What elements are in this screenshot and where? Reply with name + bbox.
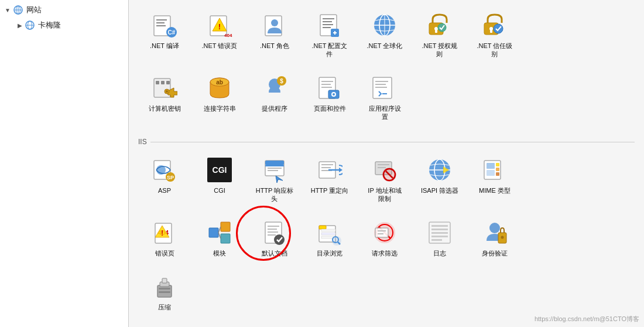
app-setting-icon	[371, 74, 399, 102]
sidebar-item-website[interactable]: ▼ 网站	[0, 2, 128, 18]
item-isapi[interactable]: ISAPI 筛选器	[413, 151, 466, 207]
item-id-verify[interactable]: 身份验证	[468, 213, 521, 261]
item-default-doc[interactable]: 默认文档	[248, 213, 301, 261]
svg-rect-100	[221, 234, 230, 243]
iis-grid: SP ASP CGI CGI	[138, 151, 635, 207]
item-error-page[interactable]: 404 ! 错误页	[138, 213, 191, 261]
req-filter-label: 请求筛选	[372, 249, 398, 257]
item-module[interactable]: 模块	[193, 213, 246, 261]
asp-label: ASP	[158, 186, 171, 195]
item-pressure[interactable]: 压缩	[138, 267, 191, 315]
svg-rect-55	[321, 87, 332, 88]
item-dotnet-error[interactable]: ! 404 .NET 错误页	[193, 6, 246, 63]
error-page-icon: 404 !	[150, 219, 179, 247]
pressure-icon	[150, 272, 179, 301]
trust-icon	[481, 11, 509, 39]
svg-rect-23	[323, 27, 331, 28]
isapi-icon	[426, 156, 454, 184]
item-dotnet-role[interactable]: .NET 角色	[248, 6, 301, 63]
log-label: 日志	[433, 249, 446, 257]
svg-rect-93	[496, 172, 499, 176]
pressure-label: 压缩	[158, 303, 171, 311]
item-asp[interactable]: SP ASP	[138, 151, 191, 207]
mime-icon	[481, 156, 509, 184]
svg-rect-8	[156, 19, 167, 21]
expand-arrow-sub: ▶	[18, 22, 22, 29]
svg-rect-37	[490, 30, 492, 33]
svg-rect-105	[268, 229, 277, 230]
http-header-label: HTTP 响应标头	[256, 186, 294, 203]
row5-grid: 压缩	[138, 267, 635, 315]
svg-rect-75	[321, 167, 331, 168]
svg-point-44	[166, 90, 168, 93]
svg-rect-69	[265, 161, 284, 165]
sidebar-item-cameron[interactable]: ▶ 卡梅隆	[0, 18, 128, 33]
item-machine-key[interactable]: 计算机密钥	[138, 69, 191, 125]
auth-label: .NET 授权规则	[422, 42, 458, 59]
item-dotnet-config[interactable]: .NET 配置文件	[303, 6, 356, 63]
item-dotnet-global[interactable]: .NET 全球化	[358, 6, 411, 63]
sidebar: ▼ 网站 ▶ 卡梅隆	[0, 0, 129, 327]
item-http-redirect[interactable]: HTTP 重定向	[303, 151, 356, 207]
svg-rect-41	[161, 81, 165, 84]
svg-rect-20	[323, 18, 334, 19]
svg-rect-111	[321, 229, 335, 231]
mime-label: MIME 类型	[479, 186, 511, 195]
error-icon: ! 404	[205, 11, 234, 39]
error-label: .NET 错误页	[202, 42, 238, 50]
svg-rect-124	[431, 225, 448, 227]
item-dotnet-trust[interactable]: .NET 信任级别	[468, 6, 521, 63]
svg-rect-10	[156, 25, 166, 26]
svg-rect-126	[431, 232, 448, 234]
item-http-header[interactable]: HTTP 响应标头	[248, 151, 301, 207]
auth-icon	[426, 11, 454, 39]
id-verify-icon	[481, 219, 509, 247]
row4-section: 404 ! 错误页 模块	[129, 213, 644, 267]
role-icon	[261, 11, 289, 39]
row2-section: 计算机密钥 ab ab 连接字符串	[129, 69, 644, 131]
svg-rect-125	[431, 229, 448, 230]
item-dotnet-compile[interactable]: C# .NET 编译	[138, 6, 191, 63]
machine-key-label: 计算机密钥	[149, 104, 181, 113]
svg-rect-33	[435, 30, 437, 33]
asp-icon: SP	[150, 156, 179, 184]
compile-label: .NET 编译	[150, 42, 179, 50]
item-conn-string[interactable]: ab ab 连接字符串	[193, 69, 246, 125]
item-provider[interactable]: $ 提供程序	[248, 69, 301, 125]
ip-domain-icon	[371, 156, 399, 184]
svg-rect-135	[159, 288, 170, 289]
watermark: https://blog.csdn.net/m@51CTO博客	[535, 315, 639, 323]
role-label: .NET 角色	[260, 42, 289, 50]
svg-point-131	[501, 236, 504, 239]
http-redirect-icon	[316, 156, 344, 184]
svg-rect-71	[268, 168, 282, 169]
svg-rect-9	[156, 22, 165, 23]
svg-rect-62	[375, 87, 387, 88]
req-filter-icon	[371, 219, 399, 247]
item-app-setting[interactable]: 应用程序设置	[358, 69, 411, 125]
http-redirect-label: HTTP 重定向	[311, 186, 349, 195]
svg-rect-54	[321, 84, 331, 85]
conn-string-label: 连接字符串	[204, 104, 236, 113]
website-icon	[13, 5, 23, 15]
global-icon	[371, 11, 399, 39]
item-ip-domain[interactable]: IP 地址和域限制	[358, 151, 411, 207]
svg-point-38	[494, 24, 503, 33]
item-dotnet-auth[interactable]: .NET 授权规则	[413, 6, 466, 63]
cgi-icon: CGI	[205, 156, 234, 184]
item-log[interactable]: 日志	[413, 213, 466, 261]
item-req-filter[interactable]: 请求筛选	[358, 213, 411, 261]
iis-section: IIS SP ASP CGI	[129, 132, 644, 213]
item-mime[interactable]: MIME 类型	[468, 151, 521, 207]
provider-label: 提供程序	[262, 104, 287, 113]
cameron-label: 卡梅隆	[38, 20, 61, 30]
item-dir-browse[interactable]: 目录浏览	[303, 213, 356, 261]
svg-rect-40	[156, 81, 159, 84]
svg-rect-92	[496, 168, 499, 171]
expand-arrow: ▼	[5, 7, 11, 13]
svg-rect-104	[268, 226, 279, 227]
item-cgi[interactable]: CGI CGI	[193, 151, 246, 207]
ip-domain-label: IP 地址和域限制	[368, 186, 401, 203]
item-page-control[interactable]: 页面和控件	[303, 69, 356, 125]
svg-rect-99	[221, 222, 230, 231]
